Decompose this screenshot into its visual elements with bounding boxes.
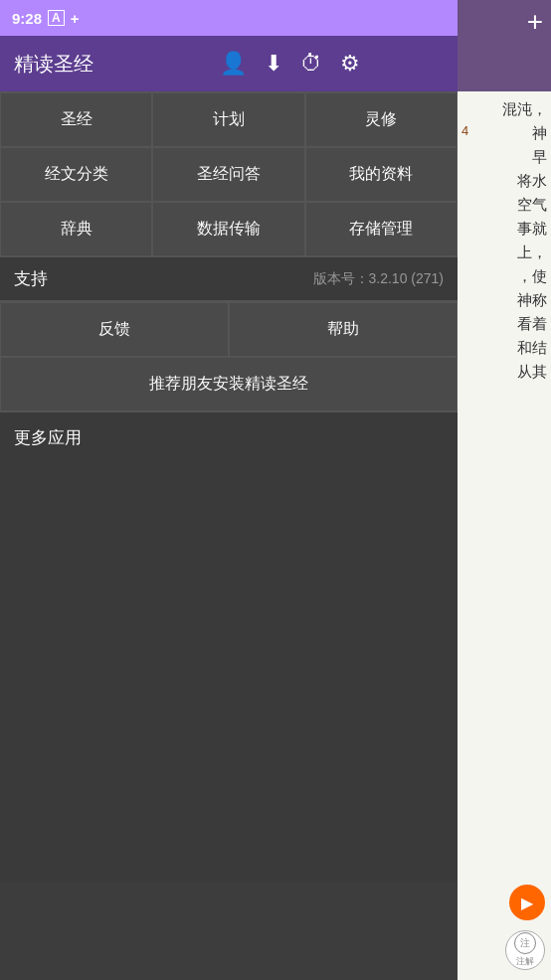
add-button[interactable]: +	[527, 8, 543, 36]
bible-line-12: 从其	[461, 360, 547, 384]
notes-inner: 注	[520, 936, 530, 950]
menu-item-plan[interactable]: 计划	[152, 92, 304, 147]
notes-button[interactable]: 注 注解	[505, 930, 545, 970]
alarm-icon[interactable]: ⏱	[300, 51, 322, 77]
menu-item-devotion[interactable]: 灵修	[305, 92, 458, 147]
support-section: 支持 版本号：3.2.10 (271)	[0, 256, 458, 301]
more-apps-button[interactable]: 更多应用	[0, 411, 458, 463]
status-add: +	[71, 10, 80, 27]
bible-line-9: 神称	[461, 288, 547, 312]
status-time: 9:28	[12, 10, 42, 27]
app-title: 精读圣经	[14, 51, 93, 78]
bible-line-6: 事就	[461, 217, 547, 241]
menu-container: 圣经 计划 灵修 经文分类 圣经问答 我的资料 辞典 数据传输 存储管理 支持 …	[0, 91, 458, 881]
bible-line-1: 混沌，	[461, 97, 547, 121]
bible-line-8: ，使	[461, 264, 547, 288]
help-button[interactable]: 帮助	[229, 302, 458, 357]
menu-item-bible[interactable]: 圣经	[0, 92, 152, 147]
bible-line-10: 看着	[461, 312, 547, 336]
bible-line-4: 将水	[461, 169, 547, 193]
bible-line-5: 空气	[461, 193, 547, 217]
right-panel: + 混沌， 4 神 早 将水 空气 事就 上， ，使 神称 看着 和结 从其 ▶…	[458, 0, 551, 980]
person-icon[interactable]: 👤	[220, 51, 247, 77]
more-apps-label: 更多应用	[14, 428, 82, 447]
empty-menu-area	[0, 463, 458, 881]
menu-item-classify[interactable]: 经文分类	[0, 147, 152, 202]
menu-grid: 圣经 计划 灵修 经文分类 圣经问答 我的资料 辞典 数据传输 存储管理	[0, 91, 458, 256]
bible-text: 混沌， 4 神 早 将水 空气 事就 上， ，使 神称 看着 和结 从其	[458, 91, 551, 390]
feedback-button[interactable]: 反馈	[0, 302, 229, 357]
status-left: 9:28 A +	[12, 10, 79, 27]
download-icon[interactable]: ⬇	[265, 51, 282, 77]
app-bar-icons: 👤 ⬇ ⏱ ⚙	[220, 51, 360, 77]
menu-item-mydata[interactable]: 我的资料	[305, 147, 458, 202]
bible-line-verse: 4 神	[461, 121, 547, 145]
settings-icon[interactable]: ⚙	[340, 51, 360, 77]
play-icon: ▶	[521, 894, 533, 912]
support-label: 支持	[14, 267, 48, 290]
play-button[interactable]: ▶	[509, 885, 545, 920]
bible-line-7: 上，	[461, 241, 547, 264]
menu-item-storage[interactable]: 存储管理	[305, 202, 458, 256]
menu-item-qa[interactable]: 圣经问答	[152, 147, 304, 202]
status-sim: A	[48, 10, 65, 26]
bible-line-11: 和结	[461, 336, 547, 360]
verse-num: 4	[461, 121, 468, 145]
support-row: 反馈 帮助	[0, 301, 458, 357]
menu-item-transfer[interactable]: 数据传输	[152, 202, 304, 256]
notes-label: 注解	[516, 955, 534, 968]
menu-item-dict[interactable]: 辞典	[0, 202, 152, 256]
bible-line-3: 早	[461, 145, 547, 169]
right-panel-top: +	[458, 0, 551, 91]
version-label: 版本号：3.2.10 (271)	[313, 270, 445, 288]
recommend-button[interactable]: 推荐朋友安装精读圣经	[0, 357, 458, 411]
notes-circle: 注	[514, 932, 536, 954]
